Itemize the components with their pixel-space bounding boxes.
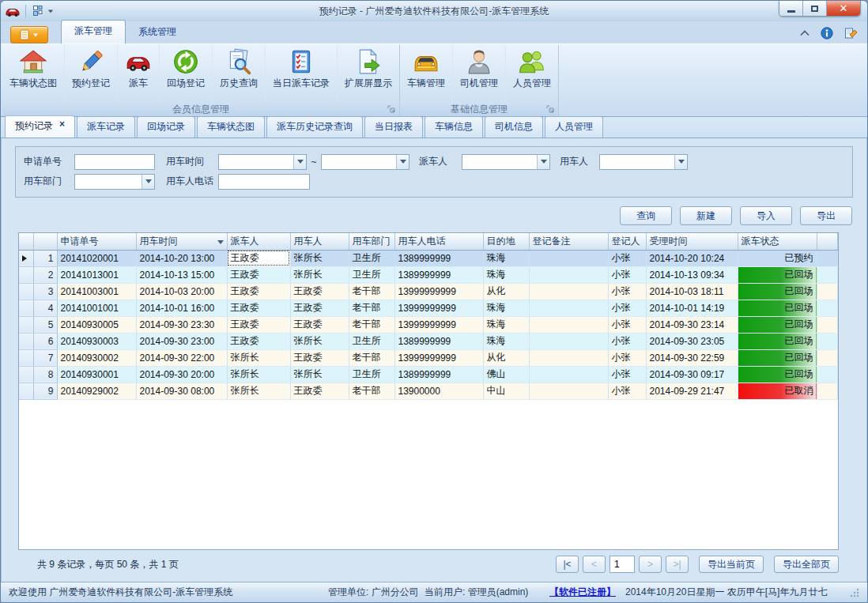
dept-combo[interactable] bbox=[74, 174, 155, 190]
cell[interactable]: 2014-09-30 08:00 bbox=[136, 383, 227, 399]
doc-tab-vehicle-status-map[interactable]: 车辆状态图 bbox=[197, 116, 265, 138]
cell[interactable] bbox=[529, 316, 608, 333]
ribbon-button-personnel-management[interactable]: 人员管理 bbox=[506, 45, 558, 103]
column-header-4[interactable]: 用车部门 bbox=[349, 233, 394, 250]
cell[interactable]: 珠海 bbox=[483, 316, 529, 333]
column-header-0[interactable]: 申请单号 bbox=[57, 233, 136, 250]
status-cell[interactable]: 已回场 bbox=[738, 266, 817, 283]
ribbon-button-today-dispatch-records[interactable]: 当日派车记录 bbox=[266, 45, 338, 103]
cell[interactable]: 王政委 bbox=[227, 300, 290, 316]
cell[interactable]: 珠海 bbox=[483, 266, 529, 283]
cell[interactable]: 小张 bbox=[608, 300, 646, 316]
cell[interactable]: 13999999999 bbox=[394, 300, 483, 316]
ribbon-button-extended-screen[interactable]: 扩展屏显示 bbox=[338, 45, 399, 103]
cell[interactable] bbox=[529, 366, 608, 383]
cell[interactable]: 卫生所 bbox=[349, 366, 394, 383]
cell[interactable]: 1389999999 bbox=[394, 266, 483, 283]
cell[interactable]: 王政委 bbox=[227, 283, 290, 300]
cell[interactable]: 小张 bbox=[608, 333, 646, 349]
cell[interactable]: 王政委 bbox=[290, 300, 349, 316]
cell[interactable]: 2014-09-30 23:30 bbox=[136, 316, 227, 333]
dropdown-button[interactable] bbox=[396, 155, 409, 169]
phone-input[interactable] bbox=[218, 174, 310, 190]
export-current-page-button[interactable]: 导出当前页 bbox=[699, 556, 764, 573]
doc-tab-personnel-management[interactable]: 人员管理 bbox=[545, 116, 603, 138]
cell[interactable]: 王政委 bbox=[227, 316, 290, 333]
cell[interactable]: 老干部 bbox=[349, 283, 394, 300]
cell[interactable]: 老干部 bbox=[349, 383, 394, 399]
cell[interactable]: 20141020001 bbox=[57, 250, 136, 266]
cell[interactable]: 珠海 bbox=[483, 250, 529, 266]
cell[interactable]: 13999999999 bbox=[394, 349, 483, 366]
close-button[interactable]: ✕ bbox=[827, 1, 860, 16]
cell[interactable]: 2014-10-13 15:00 bbox=[136, 266, 227, 283]
cell[interactable]: 珠海 bbox=[483, 300, 529, 316]
cell[interactable]: 张所长 bbox=[227, 383, 290, 399]
dropdown-button[interactable] bbox=[293, 155, 306, 169]
status-cell[interactable]: 已回场 bbox=[738, 333, 817, 349]
cell[interactable]: 小张 bbox=[608, 266, 646, 283]
doc-tab-dispatch-records[interactable]: 派车记录 bbox=[77, 116, 135, 138]
maximize-button[interactable] bbox=[803, 1, 827, 16]
status-cell[interactable]: 已回场 bbox=[738, 349, 817, 366]
use-time-from-combo[interactable] bbox=[218, 154, 307, 170]
minimize-button[interactable] bbox=[779, 1, 803, 16]
cell[interactable]: 2014-09-30 20:00 bbox=[136, 366, 227, 383]
cell[interactable] bbox=[529, 250, 608, 266]
use-time-to-combo[interactable] bbox=[321, 154, 409, 170]
dropdown-button[interactable] bbox=[674, 155, 687, 169]
status-cell[interactable]: 已预约 bbox=[738, 250, 817, 266]
cell[interactable]: 小张 bbox=[608, 349, 646, 366]
car-user-combo[interactable] bbox=[599, 154, 688, 170]
column-header-1[interactable]: 用车时间 bbox=[136, 233, 227, 250]
status-cell[interactable]: 已取消 bbox=[738, 383, 817, 399]
cell[interactable]: 2014-09-30 23:05 bbox=[646, 333, 738, 349]
cell[interactable]: 从化 bbox=[483, 349, 529, 366]
cell[interactable]: 13900000 bbox=[394, 383, 483, 399]
cell[interactable] bbox=[529, 383, 608, 399]
ribbon-button-history-query[interactable]: 历史查询 bbox=[213, 45, 266, 103]
cell[interactable]: 张所长 bbox=[227, 366, 290, 383]
dialog-launcher-icon[interactable] bbox=[387, 105, 396, 114]
cell[interactable]: 1389999999 bbox=[394, 366, 483, 383]
create-button[interactable]: 新建 bbox=[680, 206, 732, 225]
cell[interactable]: 张所长 bbox=[290, 250, 349, 266]
column-header-2[interactable]: 派车人 bbox=[227, 233, 290, 250]
dropdown-button[interactable] bbox=[142, 175, 154, 189]
apply-no-input[interactable] bbox=[74, 154, 155, 170]
export-button[interactable]: 导出 bbox=[800, 206, 852, 225]
ribbon-button-driver-management[interactable]: 司机管理 bbox=[453, 45, 506, 103]
column-header-9[interactable]: 受理时间 bbox=[646, 233, 738, 250]
cell[interactable] bbox=[529, 283, 608, 300]
close-tab-icon[interactable]: × bbox=[59, 119, 65, 133]
cell[interactable]: 2014-10-13 09:34 bbox=[646, 266, 738, 283]
cell[interactable]: 13999999999 bbox=[394, 283, 483, 300]
cell[interactable]: 2014-10-20 10:24 bbox=[646, 250, 738, 266]
cell[interactable]: 卫生所 bbox=[349, 266, 394, 283]
cell[interactable]: 20140929002 bbox=[57, 383, 136, 399]
ribbon-tab-system[interactable]: 系统管理 bbox=[126, 21, 189, 43]
collapse-ribbon-chevron-icon[interactable] bbox=[800, 30, 810, 36]
doc-tab-daily-report[interactable]: 当日报表 bbox=[364, 116, 423, 138]
cell[interactable]: 小张 bbox=[608, 316, 646, 333]
cell[interactable]: 2014-10-03 20:00 bbox=[136, 283, 227, 300]
info-icon[interactable] bbox=[821, 27, 833, 40]
ribbon-button-reservation-register[interactable]: 预约登记 bbox=[65, 45, 118, 103]
cell[interactable]: 2014-10-01 16:00 bbox=[136, 300, 227, 316]
resize-grip[interactable] bbox=[850, 588, 859, 597]
ribbon-tab-dispatch[interactable]: 派车管理 bbox=[61, 20, 126, 43]
cell[interactable]: 老干部 bbox=[349, 349, 394, 366]
cell[interactable]: 2014-10-20 13:00 bbox=[136, 250, 227, 266]
cell[interactable]: 2014-09-30 23:00 bbox=[136, 333, 227, 349]
next-page-button[interactable]: > bbox=[639, 556, 662, 573]
dialog-launcher-icon[interactable] bbox=[546, 105, 555, 114]
cell[interactable]: 张所长 bbox=[290, 366, 349, 383]
export-all-pages-button[interactable]: 导出全部页 bbox=[774, 556, 839, 573]
cell[interactable]: 13999999999 bbox=[394, 316, 483, 333]
cell[interactable] bbox=[529, 349, 608, 366]
cell[interactable]: 小张 bbox=[608, 250, 646, 266]
cell[interactable]: 卫生所 bbox=[349, 333, 394, 349]
cell[interactable]: 王政委 bbox=[290, 349, 349, 366]
ribbon-button-vehicle-status-map[interactable]: 车辆状态图 bbox=[2, 45, 65, 103]
cell[interactable]: 张所长 bbox=[290, 266, 349, 283]
